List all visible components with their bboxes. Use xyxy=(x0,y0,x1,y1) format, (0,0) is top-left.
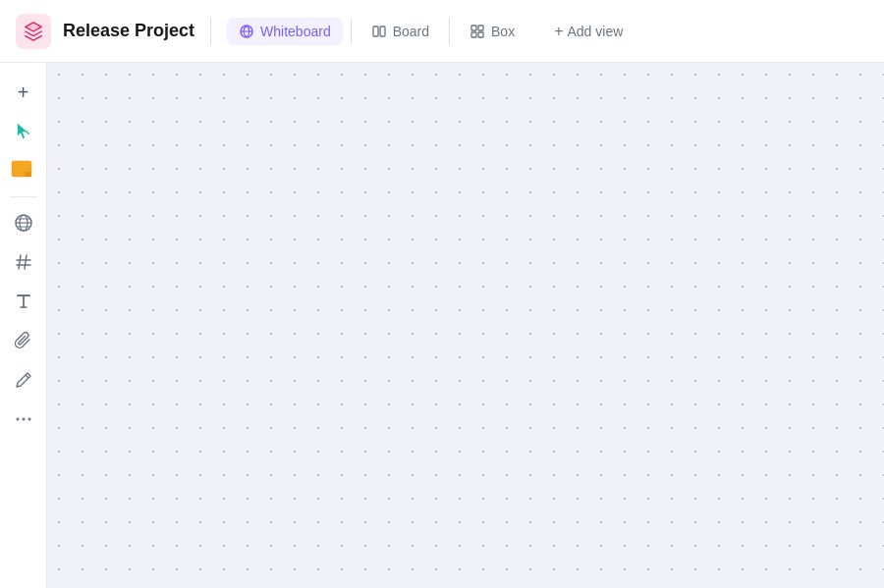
svg-rect-6 xyxy=(478,32,483,37)
project-icon xyxy=(16,14,51,49)
svg-line-11 xyxy=(25,255,27,269)
tab-board[interactable]: Board xyxy=(359,18,441,45)
add-view-button[interactable]: + Add view xyxy=(542,17,635,46)
sidebar-item-attach[interactable] xyxy=(6,323,41,358)
main-layout: + xyxy=(0,63,884,588)
sidebar-item-sticky[interactable] xyxy=(6,153,41,188)
add-view-label: Add view xyxy=(568,24,624,39)
svg-rect-3 xyxy=(471,26,476,30)
board-icon xyxy=(371,24,387,39)
svg-rect-2 xyxy=(380,27,385,36)
sidebar-item-cursor[interactable] xyxy=(6,114,41,149)
globe-icon xyxy=(14,213,33,233)
whiteboard-canvas[interactable] xyxy=(47,63,884,588)
svg-point-14 xyxy=(16,418,19,421)
whiteboard-icon xyxy=(239,24,254,39)
header-divider xyxy=(210,18,211,45)
sidebar-item-text[interactable] xyxy=(6,284,41,319)
box-icon xyxy=(470,24,485,39)
header: Release Project Whiteboard xyxy=(0,0,884,63)
sticky-note-icon xyxy=(11,160,36,182)
text-icon xyxy=(14,292,33,311)
add-icon: + xyxy=(18,81,29,104)
tab-divider-1 xyxy=(351,18,352,45)
cursor-icon xyxy=(14,122,33,141)
sidebar-item-globe[interactable] xyxy=(6,205,41,241)
more-icon xyxy=(14,409,33,429)
sidebar-item-hash[interactable] xyxy=(6,244,41,280)
svg-point-15 xyxy=(22,418,25,421)
svg-point-16 xyxy=(28,418,30,421)
sidebar-item-pen[interactable] xyxy=(6,362,41,398)
attach-icon xyxy=(14,331,33,350)
svg-line-10 xyxy=(19,255,21,269)
sidebar-divider-1 xyxy=(10,196,37,197)
sidebar: + xyxy=(0,63,47,588)
box-tab-label: Box xyxy=(491,24,515,39)
pen-icon xyxy=(14,370,33,390)
tab-divider-2 xyxy=(449,18,450,45)
board-tab-label: Board xyxy=(393,24,429,39)
tab-box[interactable]: Box xyxy=(458,18,526,45)
project-title: Release Project xyxy=(63,21,194,41)
hash-icon xyxy=(14,252,33,272)
tab-whiteboard[interactable]: Whiteboard xyxy=(227,18,343,45)
add-view-plus-icon: + xyxy=(554,23,563,40)
svg-rect-4 xyxy=(478,26,483,30)
svg-rect-1 xyxy=(373,27,378,36)
whiteboard-tab-label: Whiteboard xyxy=(260,24,331,39)
svg-rect-5 xyxy=(471,32,476,37)
sidebar-item-more[interactable] xyxy=(6,401,41,437)
sidebar-item-add[interactable]: + xyxy=(6,75,41,110)
nav-tabs: Whiteboard Board xyxy=(227,18,526,45)
